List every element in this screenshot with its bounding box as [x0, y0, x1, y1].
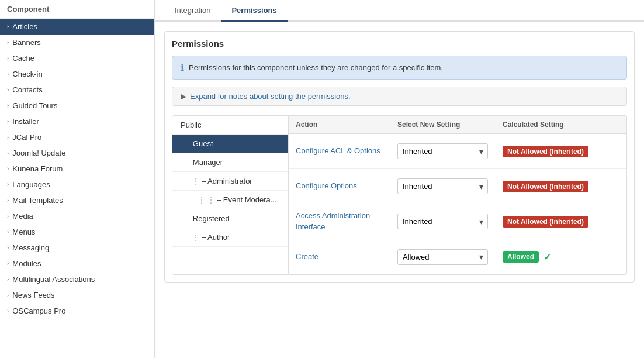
group-item-event-moderator[interactable]: ⋮⋮– Event Modera...: [172, 191, 288, 209]
calculated-badge: Not Allowed (Inherited): [503, 216, 588, 228]
group-label: – Manager: [186, 158, 223, 167]
sidebar-item-mail-templates[interactable]: ›Mail Templates: [0, 192, 154, 208]
group-item-author[interactable]: ⋮– Author: [172, 228, 288, 247]
perm-select-cell: Inherited Allowed Denied: [397, 143, 503, 159]
calculated-badge: Allowed: [503, 251, 539, 263]
chevron-icon: ›: [7, 150, 9, 156]
sidebar-item-label: Languages: [12, 180, 50, 189]
header-calculated: Calculated Setting: [503, 121, 619, 129]
perm-table-header: Action Select New Setting Calculated Set…: [289, 116, 626, 134]
chevron-icon: ›: [7, 213, 9, 219]
perm-calculated-cell: Allowed ✓: [503, 251, 619, 263]
perm-calculated-cell: Not Allowed (Inherited): [503, 146, 619, 157]
expand-text: Expand for notes about setting the permi…: [190, 92, 351, 101]
chevron-icon: ›: [7, 87, 9, 93]
tab-permissions[interactable]: Permissions: [221, 0, 287, 22]
sidebar-item-label: Modules: [12, 259, 41, 268]
sidebar-item-modules[interactable]: ›Modules: [0, 256, 154, 271]
perm-setting-select[interactable]: Inherited Allowed Denied: [397, 214, 488, 229]
sidebar-item-guided-tours[interactable]: ›Guided Tours: [0, 98, 154, 113]
chevron-icon: ›: [7, 102, 9, 109]
perm-action-label: Create: [296, 252, 397, 262]
perm-dropdown-wrapper: Inherited Allowed Denied: [397, 143, 488, 159]
calculated-badge: Not Allowed (Inherited): [503, 146, 588, 157]
chevron-icon: ›: [7, 181, 9, 188]
sidebar-item-oscampus-pro[interactable]: ›OSCampus Pro: [0, 303, 154, 319]
sidebar-item-contacts[interactable]: ›Contacts: [0, 82, 154, 98]
chevron-icon: ›: [7, 39, 9, 46]
permissions-box: Permissions ℹ Permissions for this compo…: [164, 31, 635, 283]
perm-calculated-cell: Not Allowed (Inherited): [503, 181, 619, 192]
tab-integration[interactable]: Integration: [164, 0, 221, 22]
perm-dropdown-wrapper: Inherited Allowed Denied: [397, 249, 488, 265]
sidebar-item-label: Articles: [12, 22, 37, 31]
sidebar-item-label: Mail Templates: [12, 196, 63, 205]
perm-action-label: Configure Options: [296, 181, 397, 191]
chevron-icon: ›: [7, 134, 9, 140]
sidebar: Component ›Articles›Banners›Cache›Check-…: [0, 0, 155, 358]
header-action: Action: [296, 121, 397, 129]
sidebar-item-cache[interactable]: ›Cache: [0, 50, 154, 66]
info-icon: ℹ: [181, 62, 184, 73]
chevron-icon: ›: [7, 118, 9, 125]
sidebar-item-news-feeds[interactable]: ›News Feeds: [0, 287, 154, 303]
sidebar-item-label: Contacts: [12, 85, 42, 94]
drag-handle-icon: ⋮: [192, 177, 199, 185]
sidebar-item-checkin[interactable]: ›Check-in: [0, 66, 154, 82]
chevron-icon: ›: [7, 245, 9, 251]
info-banner: ℹ Permissions for this component unless …: [172, 56, 627, 80]
sidebar-item-menus[interactable]: ›Menus: [0, 224, 154, 240]
group-label: – Registered: [186, 214, 230, 223]
group-item-guest[interactable]: – Guest: [172, 135, 288, 153]
perm-setting-select[interactable]: Inherited Allowed Denied: [397, 249, 488, 265]
sidebar-item-label: Multilingual Associations: [12, 275, 95, 284]
header-select: Select New Setting: [397, 121, 503, 129]
check-mark-icon: ✓: [543, 252, 551, 263]
group-item-registered[interactable]: – Registered: [172, 209, 288, 228]
sidebar-item-installer[interactable]: ›Installer: [0, 113, 154, 129]
sidebar-item-label: Menus: [12, 228, 35, 236]
drag-handle-icon: ⋮: [192, 233, 199, 242]
chevron-icon: ›: [7, 276, 9, 283]
perm-select-cell: Inherited Allowed Denied: [397, 249, 503, 265]
chevron-icon: ›: [7, 260, 9, 267]
sidebar-item-messaging[interactable]: ›Messaging: [0, 240, 154, 256]
chevron-icon: ›: [7, 229, 9, 235]
sidebar-item-banners[interactable]: ›Banners: [0, 35, 154, 50]
perm-select-cell: Inherited Allowed Denied: [397, 214, 503, 229]
permissions-title: Permissions: [172, 39, 627, 49]
info-text: Permissions for this component unless th…: [189, 63, 443, 72]
sidebar-item-jcal-pro[interactable]: ›JCal Pro: [0, 129, 154, 145]
chevron-icon: ›: [7, 71, 9, 77]
chevron-icon: ›: [7, 292, 9, 298]
sidebar-item-languages[interactable]: ›Languages: [0, 177, 154, 192]
sidebar-item-label: Banners: [12, 38, 40, 47]
tabs-bar: IntegrationPermissions: [155, 0, 644, 22]
sidebar-item-label: Messaging: [12, 243, 49, 252]
perm-row-configure-acl: Configure ACL & Options Inherited Allowe…: [289, 134, 626, 169]
group-item-public[interactable]: Public: [172, 116, 288, 135]
calculated-badge: Not Allowed (Inherited): [503, 181, 588, 192]
perm-row-configure-options: Configure Options Inherited Allowed Deni…: [289, 169, 626, 204]
group-item-administrator[interactable]: ⋮– Administrator: [172, 172, 288, 191]
perm-select-cell: Inherited Allowed Denied: [397, 178, 503, 194]
sidebar-item-label: Joomla! Update: [12, 149, 65, 157]
sidebar-item-label: News Feeds: [12, 291, 54, 300]
perm-action-label: Configure ACL & Options: [296, 146, 397, 156]
group-label: Public: [181, 121, 201, 129]
perm-setting-select[interactable]: Inherited Allowed Denied: [397, 143, 488, 159]
perm-setting-select[interactable]: Inherited Allowed Denied: [397, 178, 488, 194]
sidebar-item-articles[interactable]: ›Articles: [0, 19, 154, 35]
chevron-icon: ›: [7, 308, 9, 314]
group-item-manager[interactable]: – Manager: [172, 153, 288, 172]
expand-bar[interactable]: ▶ Expand for notes about setting the per…: [172, 87, 627, 106]
sidebar-item-multilingual-associations[interactable]: ›Multilingual Associations: [0, 271, 154, 287]
permissions-table: Action Select New Setting Calculated Set…: [289, 115, 627, 275]
group-label: – Administrator: [202, 177, 252, 185]
sidebar-item-joomla-update[interactable]: ›Joomla! Update: [0, 145, 154, 161]
sidebar-item-media[interactable]: ›Media: [0, 208, 154, 224]
chevron-icon: ›: [7, 166, 9, 172]
perm-calculated-cell: Not Allowed (Inherited): [503, 216, 619, 228]
sidebar-item-label: Media: [12, 212, 33, 221]
sidebar-item-kunena-forum[interactable]: ›Kunena Forum: [0, 161, 154, 177]
